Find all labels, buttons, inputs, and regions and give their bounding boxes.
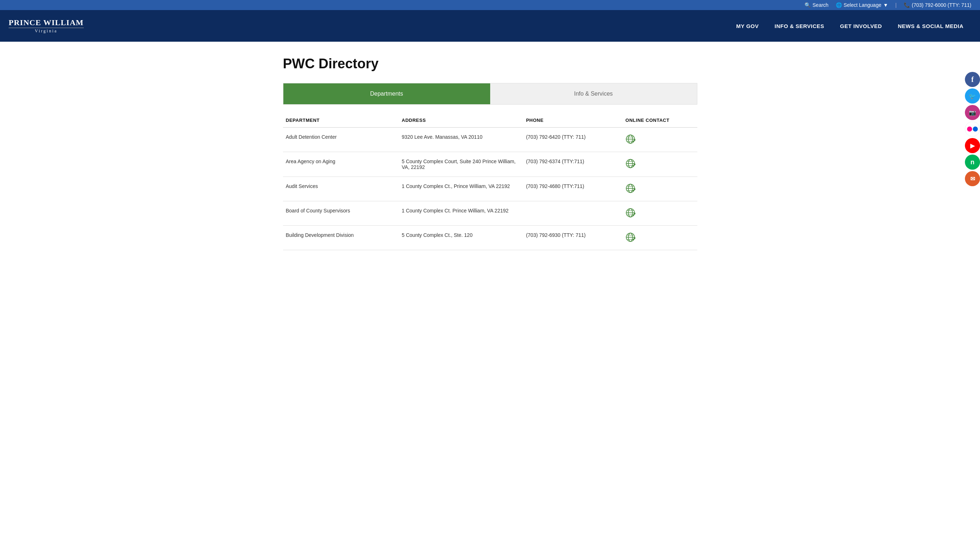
nav-links: MY GOV INFO & SERVICES GET INVOLVED NEWS… (728, 23, 971, 29)
cell-online-contact (622, 201, 697, 226)
col-header-department: DEPARTMENT (283, 113, 399, 128)
svg-point-11 (634, 163, 635, 165)
table-row: Area Agency on Aging5 County Complex Cou… (283, 152, 697, 177)
cell-online-contact (622, 128, 697, 152)
table-row: Adult Detention Center9320 Lee Ave. Mana… (283, 128, 697, 152)
col-header-phone: PHONE (523, 113, 622, 128)
web-link-icon[interactable] (625, 189, 635, 194)
tab-info-services[interactable]: Info & Services (490, 83, 697, 104)
twitter-button[interactable]: 🐦 (965, 89, 980, 103)
flickr-button[interactable] (965, 122, 980, 136)
facebook-button[interactable]: f (965, 72, 980, 87)
cell-department: Board of County Supervisors (283, 201, 399, 226)
cell-online-contact (622, 152, 697, 177)
svg-point-17 (634, 188, 635, 190)
nextdoor-button[interactable]: n (965, 155, 980, 170)
youtube-icon: ▶ (970, 142, 975, 149)
cell-address: 5 County Complex Court, Suite 240 Prince… (399, 152, 523, 177)
phone-number: (703) 792-6000 (TTY: 711) (912, 2, 971, 8)
phone-icon: 📞 (904, 2, 910, 8)
cell-phone: (703) 792-6420 (TTY: 711) (523, 128, 622, 152)
cell-online-contact (622, 226, 697, 250)
logo-subtitle: Virginia (9, 29, 84, 33)
table-row: Audit Services1 County Complex Ct., Prin… (283, 177, 697, 201)
nav-my-gov[interactable]: MY GOV (728, 23, 767, 29)
flickr-icon (967, 127, 978, 132)
nav-news-social[interactable]: NEWS & SOCIAL MEDIA (890, 23, 971, 29)
search-label: Search (812, 2, 828, 8)
cell-phone: (703) 792-4680 (TTY:711) (523, 177, 622, 201)
cell-address: 5 County Complex Ct., Ste. 120 (399, 226, 523, 250)
search-icon: 🔍 (805, 2, 811, 8)
web-link-icon[interactable] (625, 213, 635, 219)
nav-get-involved[interactable]: GET INVOLVED (832, 23, 890, 29)
cell-online-contact (622, 177, 697, 201)
main-content: PWC Directory Departments Info & Service… (274, 42, 706, 272)
globe-icon: 🌐 (836, 2, 842, 8)
search-link[interactable]: 🔍 Search (805, 2, 828, 8)
facebook-icon: f (971, 76, 974, 84)
svg-point-5 (634, 139, 635, 141)
svg-point-23 (634, 213, 635, 214)
instagram-icon: 📷 (969, 109, 976, 116)
social-sidebar: f 🐦 📷 ▶ n ✉ (965, 72, 980, 186)
svg-point-29 (634, 237, 635, 239)
tabs: Departments Info & Services (283, 83, 697, 105)
email-icon: ✉ (970, 175, 975, 182)
web-link-icon[interactable] (625, 164, 635, 170)
instagram-button[interactable]: 📷 (965, 105, 980, 120)
col-header-online: ONLINE CONTACT (622, 113, 697, 128)
web-link-icon[interactable] (625, 238, 635, 243)
cell-phone: (703) 792-6374 (TTY:711) (523, 152, 622, 177)
logo-title: Prince William (9, 18, 84, 27)
cell-department: Adult Detention Center (283, 128, 399, 152)
nav-info-services[interactable]: INFO & SERVICES (767, 23, 832, 29)
nav-bar: Prince William Virginia MY GOV INFO & SE… (0, 10, 980, 42)
cell-phone (523, 201, 622, 226)
web-link-icon[interactable] (625, 140, 635, 145)
tab-departments[interactable]: Departments (283, 83, 490, 104)
separator: | (896, 2, 897, 8)
chevron-down-icon: ▼ (883, 2, 888, 8)
cell-department: Audit Services (283, 177, 399, 201)
table-row: Building Development Division5 County Co… (283, 226, 697, 250)
nextdoor-icon: n (970, 159, 975, 166)
youtube-button[interactable]: ▶ (965, 138, 980, 153)
cell-address: 1 County Complex Ct. Prince William, VA … (399, 201, 523, 226)
cell-department: Area Agency on Aging (283, 152, 399, 177)
language-selector[interactable]: 🌐 Select Language ▼ (836, 2, 888, 8)
logo[interactable]: Prince William Virginia (9, 18, 84, 33)
phone-link[interactable]: 📞 (703) 792-6000 (TTY: 711) (904, 2, 971, 8)
col-header-address: ADDRESS (399, 113, 523, 128)
cell-department: Building Development Division (283, 226, 399, 250)
page-title: PWC Directory (283, 56, 697, 71)
directory-table: DEPARTMENT ADDRESS PHONE ONLINE CONTACT … (283, 113, 697, 250)
email-button[interactable]: ✉ (965, 171, 980, 186)
cell-phone: (703) 792-6930 (TTY: 711) (523, 226, 622, 250)
table-row: Board of County Supervisors1 County Comp… (283, 201, 697, 226)
top-bar: 🔍 Search 🌐 Select Language ▼ | 📞 (703) 7… (0, 0, 980, 10)
cell-address: 9320 Lee Ave. Manassas, VA 20110 (399, 128, 523, 152)
cell-address: 1 County Complex Ct., Prince William, VA… (399, 177, 523, 201)
twitter-icon: 🐦 (969, 93, 976, 100)
language-label: Select Language (844, 2, 881, 8)
